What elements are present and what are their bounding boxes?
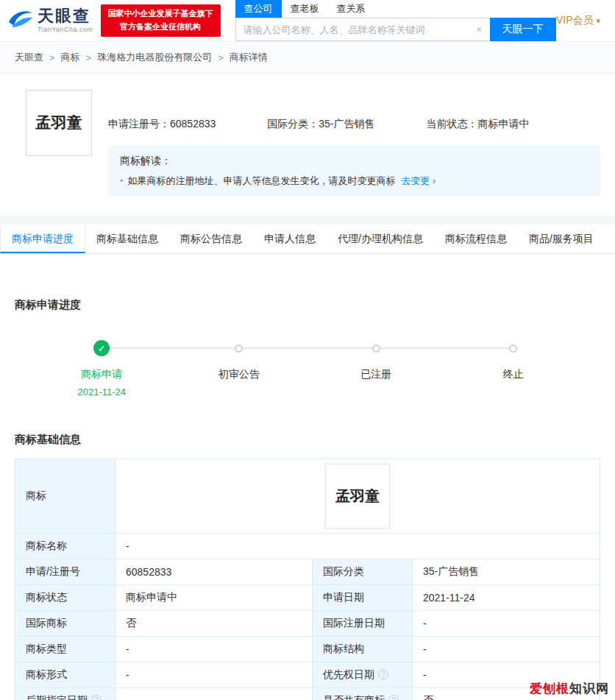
current-status-field: 当前状态：商标申请中 (427, 118, 530, 131)
row-label: 是否共有商标? (313, 688, 413, 700)
tab-applicant-info[interactable]: 申请人信息 (253, 225, 327, 253)
breadcrumb-separator: > (49, 52, 55, 63)
interpretation-text: •如果商标的注册地址、申请人等信息发生变化，请及时变更商标 去变更 › (120, 174, 589, 188)
row-label: 商标形式 (15, 662, 115, 688)
timeline-step-preliminary: 初审公告 (171, 340, 308, 397)
change-trademark-link[interactable]: 去变更 › (401, 175, 436, 186)
progress-section-title: 商标申请进度 (15, 298, 600, 312)
row-value: 否 (115, 611, 313, 637)
info-icon[interactable]: ? (388, 695, 399, 700)
vip-label: VIP会员 (556, 14, 594, 26)
row-label: 商标结构 (313, 637, 413, 662)
row-label: 后期指定日期? (15, 688, 115, 700)
row-value: 35-广告销售 (413, 559, 600, 585)
badge-line-2: 官方备案企业征信机构 (108, 21, 213, 34)
table-row: 商标 孟羽童 (15, 459, 600, 534)
search-tabs: 查公司 查老板 查关系 (235, 0, 556, 18)
table-row: 后期指定日期? - 是否共有商标? 否 (15, 688, 600, 700)
row-label: 申请日期 (313, 585, 413, 611)
row-label: 优先权日期? (313, 662, 413, 688)
row-value: - (413, 611, 600, 637)
tab-agency-info[interactable]: 代理/办理机构信息 (327, 225, 434, 253)
breadcrumb-trademark[interactable]: 商标 (61, 51, 80, 64)
info-icon[interactable]: ? (91, 695, 102, 700)
trademark-interpretation-box: 商标解读： •如果商标的注册地址、申请人等信息发生变化，请及时变更商标 去变更 … (108, 146, 600, 197)
row-value: 商标申请中 (115, 585, 313, 611)
row-label: 商标 (15, 459, 115, 534)
bullet-icon: • (120, 175, 124, 186)
row-label: 申请/注册号 (15, 559, 115, 585)
search-area: 查公司 查老板 查关系 × 天眼一下 (235, 0, 556, 41)
section-divider (0, 216, 615, 225)
site-watermark: 爱刨根知识网 (530, 680, 609, 697)
row-label: 国际商标 (15, 611, 115, 637)
table-row: 商标状态 商标申请中 申请日期 2021-11-24 (15, 585, 600, 611)
tianyancha-logo-icon (7, 8, 34, 34)
tab-process-info[interactable]: 商标流程信息 (434, 225, 518, 253)
timeline-step-registered: 已注册 (308, 340, 445, 397)
vip-menu[interactable]: VIP会员 ▾ (556, 14, 600, 27)
row-value: - (115, 534, 600, 559)
tab-gazette-info[interactable]: 公告信息 (605, 225, 615, 253)
search-button[interactable]: 天眼一下 (490, 18, 556, 41)
breadcrumb-separator: > (218, 52, 224, 63)
logo-domain: TianYanCha.com (38, 26, 93, 33)
row-label: 商标状态 (15, 585, 115, 611)
trademark-image-small: 孟羽童 (325, 464, 390, 528)
row-label: 国际分类 (313, 559, 413, 585)
row-label: 商标名称 (15, 534, 115, 559)
row-label: 商标类型 (15, 637, 115, 662)
row-value: - (413, 637, 600, 662)
tab-application-progress[interactable]: 商标申请进度 (0, 225, 85, 253)
trademark-summary: 孟羽童 申请注册号：60852833 国际分类：35-广告销售 当前状态：商标申… (0, 74, 615, 216)
search-tab-company[interactable]: 查公司 (235, 0, 282, 18)
trademark-image-text: 孟羽童 (36, 113, 82, 133)
check-icon: ✓ (93, 340, 110, 356)
badge-line-1: 国家中小企业发展子基金旗下 (108, 7, 213, 21)
application-timeline: ✓ 商标申请 2021-11-24 初审公告 已注册 终止 (15, 340, 600, 397)
chevron-down-icon: ▾ (596, 16, 600, 25)
timeline-step-applied: ✓ 商标申请 2021-11-24 (33, 340, 171, 397)
table-row: 国际商标 否 国际注册日期 - (15, 611, 600, 637)
row-value: - (115, 688, 313, 700)
interpretation-title: 商标解读： (120, 155, 589, 168)
info-icon[interactable]: ? (378, 669, 388, 679)
breadcrumb: 天眼查 > 商标 > 珠海格力电器股份有限公司 > 商标详情 (0, 41, 615, 74)
basic-info-section-title: 商标基础信息 (15, 433, 600, 447)
search-tab-boss[interactable]: 查老板 (282, 0, 328, 18)
tab-goods-services[interactable]: 商品/服务项目 (518, 225, 605, 253)
tab-basic-info[interactable]: 商标基础信息 (85, 225, 169, 253)
clear-icon[interactable]: × (476, 24, 482, 35)
row-value: - (115, 662, 313, 688)
row-value: - (115, 637, 313, 662)
trademark-image: 孟羽童 (26, 90, 92, 156)
breadcrumb-home[interactable]: 天眼查 (15, 51, 43, 64)
search-tab-relation[interactable]: 查关系 (328, 0, 374, 18)
tab-announcement-info[interactable]: 商标公告信息 (169, 225, 253, 253)
search-input[interactable] (235, 18, 490, 41)
timeline-step-terminated: 终止 (445, 340, 583, 397)
logo-title: 天眼查 (38, 8, 93, 24)
table-row: 商标名称 - (15, 534, 600, 559)
breadcrumb-current: 商标详情 (230, 51, 268, 64)
official-badge: 国家中小企业发展子基金旗下 官方备案企业征信机构 (101, 4, 221, 36)
site-header: 天眼查 TianYanCha.com 国家中小企业发展子基金旗下 官方备案企业征… (0, 0, 615, 41)
table-row: 商标形式 - 优先权日期? - (15, 662, 600, 688)
detail-tabs: 商标申请进度 商标基础信息 商标公告信息 申请人信息 代理/办理机构信息 商标流… (0, 225, 615, 254)
international-class-field: 国际分类：35-广告销售 (267, 118, 374, 131)
main-content: 商标申请进度 ✓ 商标申请 2021-11-24 初审公告 已注册 终止 商标基… (0, 298, 615, 700)
pending-dot-icon (372, 344, 380, 353)
tianyancha-logo[interactable]: 天眼查 TianYanCha.com (7, 8, 93, 34)
row-value: 60852833 (115, 559, 313, 585)
row-value: 2021-11-24 (413, 585, 600, 611)
step-date: 2021-11-24 (33, 386, 171, 397)
arrow-icon: › (433, 175, 436, 186)
row-label: 国际注册日期 (313, 611, 413, 637)
summary-fields: 申请注册号：60852833 国际分类：35-广告销售 当前状态：商标申请中 (108, 118, 600, 131)
breadcrumb-separator: > (86, 52, 92, 63)
breadcrumb-company[interactable]: 珠海格力电器股份有限公司 (97, 51, 212, 64)
pending-dot-icon (235, 344, 243, 353)
registration-number-field: 申请注册号：60852833 (108, 118, 216, 131)
table-row: 商标类型 - 商标结构 - (15, 637, 600, 662)
basic-info-table: 商标 孟羽童 商标名称 - 申请/注册号 60852833 国际分类 35-广告… (15, 459, 600, 700)
